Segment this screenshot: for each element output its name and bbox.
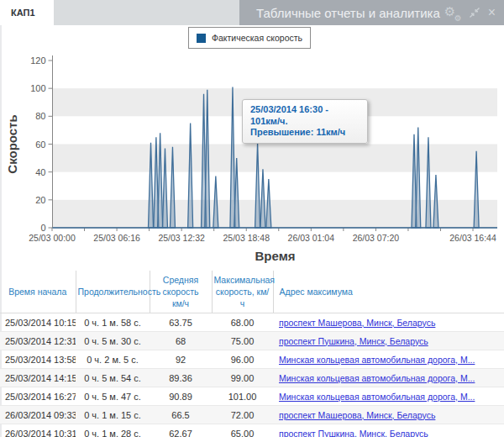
cell-address: Минская кольцевая автомобильная дорога, … (273, 369, 504, 387)
table-row: 25/03/2014 13:58:230 ч. 2 м. 5 с.9296.00… (0, 350, 504, 369)
settings-gear-icon[interactable]: ⚙ ⚙ (444, 5, 461, 20)
table-header-row: Время началаПродолжительностьСредняя ско… (0, 271, 504, 313)
cell-duration: 0 ч. 5 м. 54 с. (76, 369, 150, 387)
cell-max: 96.00 (212, 350, 273, 369)
address-link[interactable]: проспект Машерова, Минск, Беларусь (279, 318, 435, 328)
cell-start: 25/03/2014 10:15:10 (0, 313, 76, 332)
svg-text:100: 100 (30, 83, 45, 93)
tooltip-line-2: 101км/ч. (250, 116, 360, 128)
address-link[interactable]: Минская кольцевая автомобильная дорога, … (279, 355, 475, 365)
cell-avg: 62.67 (150, 424, 212, 437)
cell-start: 25/03/2014 14:15:18 (0, 369, 76, 387)
cell-duration: 0 ч. 1 м. 58 с. (76, 313, 150, 332)
svg-text:80: 80 (35, 111, 45, 121)
table-row: 26/03/2014 10:31:410 ч. 1 м. 28 с.62.676… (0, 424, 504, 437)
cell-address: Минская кольцевая автомобильная дорога, … (273, 350, 504, 369)
column-header-2[interactable]: Продолжительность (76, 271, 150, 313)
svg-text:25/03 06:16: 25/03 06:16 (93, 233, 140, 243)
svg-text:26/03 07:20: 26/03 07:20 (353, 233, 400, 243)
cell-address: Минская кольцевая автомобильная дорога, … (273, 387, 504, 406)
address-link[interactable]: проспект Машерова, Минск, Беларусь (279, 410, 435, 420)
svg-text:60: 60 (35, 140, 45, 150)
cell-avg: 90.89 (150, 387, 212, 406)
svg-text:26/03 01:04: 26/03 01:04 (288, 233, 335, 243)
cell-max: 65.00 (212, 424, 273, 437)
cell-duration: 0 ч. 1 м. 28 с. (76, 424, 150, 437)
column-header-1[interactable]: Время начала (0, 271, 76, 313)
cell-address: проспект Пушкина, Минск, Беларусь (273, 332, 504, 350)
chart-legend: Фактическая скорость (188, 27, 311, 49)
column-header-4[interactable]: Максимальнаяскорость, км/ч (212, 271, 273, 313)
cell-address: проспект Пушкина, Минск, Беларусь (273, 424, 504, 437)
cell-duration: 0 ч. 1 м. 15 с. (76, 406, 150, 424)
cell-duration: 0 ч. 5 м. 47 с. (76, 387, 150, 406)
table-row: 25/03/2014 10:15:100 ч. 1 м. 58 с.63.756… (0, 313, 504, 332)
x-axis-title: Время (53, 249, 497, 263)
svg-text:25/03 18:48: 25/03 18:48 (223, 233, 270, 243)
table-row: 26/03/2014 09:33:480 ч. 1 м. 15 с.66.572… (0, 406, 504, 424)
column-header-5[interactable]: Адрес максимума (273, 271, 504, 313)
tooltip-line-1: 25/03/2014 16:30 - (250, 104, 360, 116)
table-row: 25/03/2014 12:31:090 ч. 5 м. 30 с.6875.0… (0, 332, 504, 350)
tab-kap1[interactable]: КАП1 (0, 0, 54, 25)
svg-text:26/03 16:44: 26/03 16:44 (449, 233, 496, 243)
violations-table: Время началаПродолжительностьСредняя ско… (0, 271, 504, 437)
legend-swatch (197, 34, 206, 43)
speed-chart-panel: 02040608010012025/03 00:0025/03 06:1625/… (0, 25, 504, 271)
address-link[interactable]: Минская кольцевая автомобильная дорога, … (279, 373, 475, 383)
address-link[interactable]: проспект Пушкина, Минск, Беларусь (279, 429, 428, 437)
cell-start: 26/03/2014 10:31:41 (0, 424, 76, 437)
cell-max: 75.00 (212, 332, 273, 350)
cell-duration: 0 ч. 5 м. 30 с. (76, 332, 150, 350)
cell-start: 25/03/2014 16:27:32 (0, 387, 76, 406)
cell-avg: 89.36 (150, 369, 212, 387)
cell-max: 99.00 (212, 369, 273, 387)
cell-max: 101.00 (212, 387, 273, 406)
address-link[interactable]: Минская кольцевая автомобильная дорога, … (279, 392, 475, 402)
panel-title-bar: Табличные отчеты и аналитика ⚙ ⚙ × (239, 0, 504, 25)
tooltip-line-3: Превышение: 11км/ч (250, 127, 360, 139)
y-axis-title: Скорость (5, 107, 19, 182)
svg-text:25/03 00:00: 25/03 00:00 (29, 233, 76, 243)
speed-chart[interactable]: 02040608010012025/03 00:0025/03 06:1625/… (0, 25, 504, 271)
legend-label: Фактическая скорость (212, 33, 302, 43)
violations-table-panel: Время началаПродолжительностьСредняя ско… (0, 271, 504, 437)
cell-max: 68.00 (212, 313, 273, 332)
collapse-icon[interactable] (469, 7, 480, 18)
table-body: 25/03/2014 10:15:100 ч. 1 м. 58 с.63.756… (0, 313, 504, 437)
top-bar: КАП1 Табличные отчеты и аналитика ⚙ ⚙ × (0, 0, 504, 25)
cell-avg: 66.5 (150, 406, 212, 424)
cell-duration: 0 ч. 2 м. 5 с. (76, 350, 150, 369)
svg-text:0: 0 (40, 223, 45, 233)
svg-text:25/03 12:32: 25/03 12:32 (158, 233, 205, 243)
cell-start: 26/03/2014 09:33:48 (0, 406, 76, 424)
cell-address: проспект Машерова, Минск, Беларусь (273, 313, 504, 332)
panel-title: Табличные отчеты и аналитика (239, 6, 440, 20)
cell-avg: 68 (150, 332, 212, 350)
cell-max: 72.00 (212, 406, 273, 424)
table-row: 25/03/2014 16:27:320 ч. 5 м. 47 с.90.891… (0, 387, 504, 406)
close-icon[interactable]: × (488, 6, 496, 19)
svg-text:40: 40 (35, 167, 45, 177)
cell-address: проспект Машерова, Минск, Беларусь (273, 406, 504, 424)
table-row: 25/03/2014 14:15:180 ч. 5 м. 54 с.89.369… (0, 369, 504, 387)
address-link[interactable]: проспект Пушкина, Минск, Беларусь (279, 336, 428, 346)
svg-text:120: 120 (30, 55, 45, 66)
cell-avg: 92 (150, 350, 212, 369)
cell-start: 25/03/2014 13:58:23 (0, 350, 76, 369)
svg-text:20: 20 (35, 195, 45, 205)
cell-start: 25/03/2014 12:31:09 (0, 332, 76, 350)
cell-avg: 63.75 (150, 313, 212, 332)
chart-tooltip: 25/03/2014 16:30 - 101км/ч. Превышение: … (242, 99, 368, 144)
